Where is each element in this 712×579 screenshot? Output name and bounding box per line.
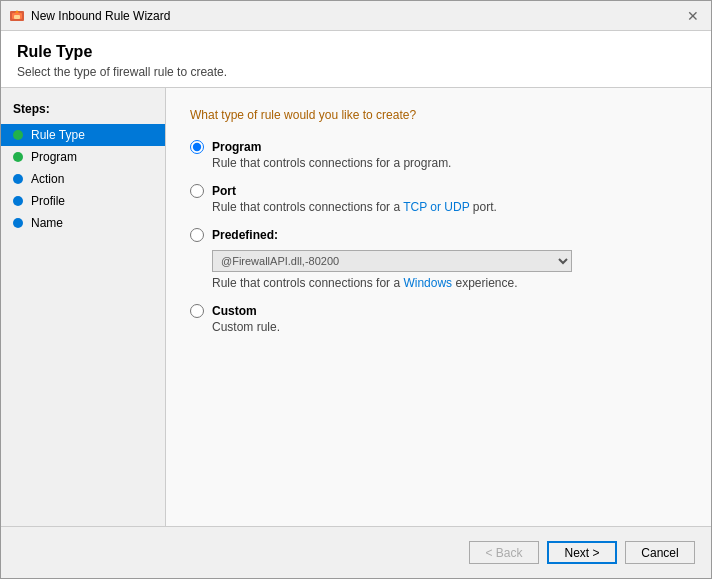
wizard-window: New Inbound Rule Wizard ✕ Rule Type Sele… <box>0 0 712 579</box>
main-content: What type of rule would you like to crea… <box>166 88 711 526</box>
radio-program[interactable] <box>190 140 204 154</box>
dot-icon-program <box>13 152 23 162</box>
svg-rect-2 <box>14 15 20 19</box>
dot-icon-name <box>13 218 23 228</box>
sidebar-header: Steps: <box>1 98 165 124</box>
label-port[interactable]: Port <box>212 184 236 198</box>
radio-port[interactable] <box>190 184 204 198</box>
sidebar-item-action[interactable]: Action <box>1 168 165 190</box>
sidebar: Steps: Rule Type Program Action Profile … <box>1 88 166 526</box>
predefined-dropdown-row: @FirewallAPI.dll,-80200 <box>212 250 572 272</box>
sidebar-item-rule-type[interactable]: Rule Type <box>1 124 165 146</box>
dot-icon-action <box>13 174 23 184</box>
label-program[interactable]: Program <box>212 140 261 154</box>
label-predefined[interactable]: Predefined: <box>212 228 278 242</box>
sidebar-label-profile: Profile <box>31 194 65 208</box>
radio-custom[interactable] <box>190 304 204 318</box>
page-header: Rule Type Select the type of firewall ru… <box>1 31 711 88</box>
sidebar-label-program: Program <box>31 150 77 164</box>
window-title: New Inbound Rule Wizard <box>31 9 170 23</box>
sidebar-item-name[interactable]: Name <box>1 212 165 234</box>
close-button[interactable]: ✕ <box>683 6 703 26</box>
sidebar-item-profile[interactable]: Profile <box>1 190 165 212</box>
sidebar-item-program[interactable]: Program <box>1 146 165 168</box>
desc-port: Rule that controls connections for a TCP… <box>212 200 687 214</box>
radio-predefined[interactable] <box>190 228 204 242</box>
title-bar: New Inbound Rule Wizard ✕ <box>1 1 711 31</box>
port-label-row: Port <box>190 184 687 198</box>
content-area: Steps: Rule Type Program Action Profile … <box>1 88 711 526</box>
sidebar-label-action: Action <box>31 172 64 186</box>
windows-link[interactable]: Windows <box>403 276 452 290</box>
option-program: Program Rule that controls connections f… <box>190 140 687 170</box>
page-subtitle: Select the type of firewall rule to crea… <box>17 65 695 79</box>
footer: < Back Next > Cancel <box>1 526 711 578</box>
option-port: Port Rule that controls connections for … <box>190 184 687 214</box>
cancel-button[interactable]: Cancel <box>625 541 695 564</box>
firewall-icon <box>9 8 25 24</box>
program-label-row: Program <box>190 140 687 154</box>
option-group: Program Rule that controls connections f… <box>190 140 687 334</box>
next-button[interactable]: Next > <box>547 541 617 564</box>
desc-custom: Custom rule. <box>212 320 687 334</box>
predefined-label-row: Predefined: <box>190 228 687 242</box>
sidebar-label-name: Name <box>31 216 63 230</box>
custom-label-row: Custom <box>190 304 687 318</box>
option-predefined: Predefined: @FirewallAPI.dll,-80200 Rule… <box>190 228 687 290</box>
dot-icon-rule-type <box>13 130 23 140</box>
dot-icon-profile <box>13 196 23 206</box>
desc-program: Rule that controls connections for a pro… <box>212 156 687 170</box>
desc-predefined: Rule that controls connections for a Win… <box>212 276 687 290</box>
label-custom[interactable]: Custom <box>212 304 257 318</box>
sidebar-label-rule-type: Rule Type <box>31 128 85 142</box>
option-custom: Custom Custom rule. <box>190 304 687 334</box>
question-text: What type of rule would you like to crea… <box>190 108 687 122</box>
tcp-udp-link[interactable]: TCP or UDP <box>403 200 469 214</box>
predefined-select[interactable]: @FirewallAPI.dll,-80200 <box>212 250 572 272</box>
back-button[interactable]: < Back <box>469 541 539 564</box>
title-bar-left: New Inbound Rule Wizard <box>9 8 170 24</box>
page-title: Rule Type <box>17 43 695 61</box>
